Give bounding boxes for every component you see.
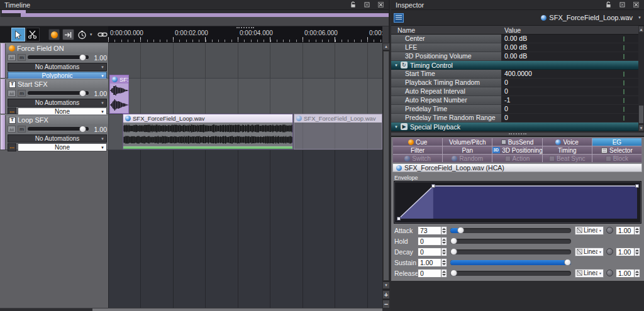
cue-tool-button[interactable] <box>48 29 60 40</box>
envelope-handle[interactable] <box>636 185 639 188</box>
volume-slider-thumb[interactable] <box>79 126 86 133</box>
property-list-icon[interactable] <box>394 13 404 23</box>
float-window-icon[interactable] <box>364 1 370 8</box>
property-row[interactable]: Auto Repeat Number-1 <box>391 96 638 105</box>
value-spinner[interactable] <box>441 237 447 246</box>
track-volume-slider[interactable] <box>28 91 89 95</box>
track-lane-1[interactable] <box>108 43 382 79</box>
property-row[interactable]: Start Time400.0000 <box>391 70 638 79</box>
property-value[interactable]: 0 <box>501 105 638 114</box>
property-scroll-thumb[interactable] <box>639 106 643 123</box>
curve-amount-input[interactable]: 1.00 <box>616 226 635 235</box>
envelope-slider[interactable] <box>450 249 571 254</box>
more-options-button[interactable]: ... <box>8 143 16 151</box>
tab-pan[interactable]: Pan <box>443 146 492 154</box>
envelope-value-input[interactable]: 1.00 <box>418 258 441 267</box>
envelope-slider[interactable] <box>450 260 571 265</box>
vertical-scroll-thumb[interactable] <box>383 51 389 281</box>
property-value[interactable]: 0 <box>501 87 638 96</box>
tab-3d-positioning[interactable]: 3D3D Positioning <box>492 146 541 154</box>
property-value[interactable]: 0.00 dB <box>501 43 638 52</box>
curve-amount-knob[interactable] <box>606 270 613 276</box>
property-row[interactable]: Auto Repeat Interval0 <box>391 87 638 96</box>
envelope-slider[interactable] <box>450 271 571 276</box>
envelope-handle[interactable] <box>431 185 435 188</box>
slider-thumb[interactable] <box>457 227 464 234</box>
envelope-slider[interactable] <box>450 228 571 233</box>
tab-voice[interactable]: Voice <box>543 138 592 146</box>
split-tool-button[interactable] <box>26 28 40 41</box>
property-row[interactable]: Center0.00 dB <box>391 35 638 43</box>
automation-dropdown[interactable]: No Automations▼ <box>8 134 107 143</box>
automation-dropdown[interactable]: No Automations▼ <box>8 63 107 71</box>
property-row[interactable]: Predelay Time0 <box>391 105 638 114</box>
unlock-icon[interactable] <box>605 1 612 8</box>
envelope-value-input[interactable]: 0 <box>418 248 441 256</box>
curve-amount-knob[interactable] <box>606 227 613 234</box>
slider-thumb[interactable] <box>450 270 457 276</box>
track-lane-2[interactable] <box>108 79 382 114</box>
timeline-vertical-scrollbar[interactable]: ▲ ▼ + − <box>382 43 390 309</box>
envelope-handle[interactable] <box>397 217 401 221</box>
automation-curve-button[interactable] <box>8 90 16 97</box>
tab-timing[interactable]: Timing <box>543 146 592 154</box>
automation-curve-button[interactable] <box>8 126 16 133</box>
close-icon[interactable] <box>377 1 384 8</box>
value-spinner[interactable] <box>635 226 640 235</box>
target-dropdown-caret[interactable]: ▼ <box>638 16 641 19</box>
scroll-down-button[interactable]: ▼ <box>382 281 390 289</box>
section-header-row[interactable]: ▼↻Timing Control <box>391 61 638 70</box>
select-tool-button[interactable] <box>11 28 25 41</box>
property-row[interactable]: Playback Timing Random0 <box>391 79 638 87</box>
property-value[interactable]: 0 <box>501 79 638 87</box>
value-spinner[interactable] <box>635 248 640 256</box>
property-table-scrollbar[interactable]: ▲ ▼ <box>638 26 644 132</box>
property-value[interactable]: -1 <box>501 96 638 105</box>
value-spinner[interactable] <box>635 269 640 278</box>
playback-mode-dropdown[interactable]: None▼ <box>18 143 107 151</box>
link-tool-button[interactable] <box>97 29 108 40</box>
snap-tool-button[interactable] <box>62 29 74 40</box>
tab-eg[interactable]: EG <box>592 138 641 146</box>
property-value[interactable]: 0.00 dB <box>501 35 638 43</box>
automation-curve-button[interactable] <box>8 54 16 61</box>
section-header-row[interactable]: ▼▶Special Playback <box>391 123 638 131</box>
envelope-slider[interactable] <box>450 239 571 244</box>
property-row[interactable]: LFE0.00 dB <box>391 43 638 52</box>
mute-button[interactable]: m <box>18 54 26 61</box>
property-value[interactable]: 400.0000 <box>501 70 638 79</box>
envelope-value-input[interactable]: 0 <box>418 237 441 246</box>
zoom-out-button[interactable]: − <box>382 300 390 308</box>
slider-thumb[interactable] <box>564 259 571 266</box>
inspector-target[interactable]: SFX_ForceField_Loop.wav ▼ <box>541 14 641 21</box>
bottom-scroll-thumb[interactable] <box>92 308 382 311</box>
curve-type-dropdown[interactable]: Linear▼ <box>575 226 604 235</box>
timeline-bottom-scrollbar[interactable] <box>0 308 390 311</box>
timeline-lanes[interactable]: SFXSFX_ForceField_Loop.wavSFX_ForceField… <box>108 43 382 150</box>
time-display-button[interactable] <box>77 29 88 40</box>
clip-1[interactable]: SFX <box>109 75 129 114</box>
tab-volume-pitch[interactable]: Volume/Pitch <box>443 138 492 146</box>
value-spinner[interactable] <box>441 248 447 256</box>
property-value[interactable]: 0.00 dB <box>501 52 638 61</box>
volume-slider-thumb[interactable] <box>79 54 86 61</box>
value-spinner[interactable] <box>441 226 447 235</box>
tab-bussend[interactable]: BusSend <box>492 138 541 146</box>
envelope-graph[interactable] <box>394 181 641 224</box>
slider-thumb[interactable] <box>450 237 457 244</box>
tab-cue[interactable]: Cue <box>393 138 442 146</box>
property-value[interactable]: 0 <box>501 114 638 123</box>
curve-type-dropdown[interactable]: Linear▼ <box>575 248 604 256</box>
curve-type-dropdown[interactable]: Linear▼ <box>575 269 604 278</box>
clip-3[interactable]: SFX_ForceField_Loop.wav <box>294 114 382 150</box>
track-volume-slider[interactable] <box>28 127 89 131</box>
tab-filter[interactable]: Filter <box>393 146 442 154</box>
envelope-value-input[interactable]: 0 <box>418 269 441 278</box>
timeline-empty-area[interactable] <box>108 150 382 308</box>
envelope-value-input[interactable]: 73 <box>418 226 441 235</box>
tab-selector[interactable]: Selector <box>592 146 641 154</box>
curve-amount-knob[interactable] <box>606 248 613 255</box>
scroll-up-button[interactable]: ▲ <box>382 43 390 50</box>
timeline-ruler[interactable]: 0:00:00.0000:00:02.0000:00:04.0000:00:06… <box>108 26 382 43</box>
scroll-up-button[interactable]: ▲ <box>638 26 644 33</box>
